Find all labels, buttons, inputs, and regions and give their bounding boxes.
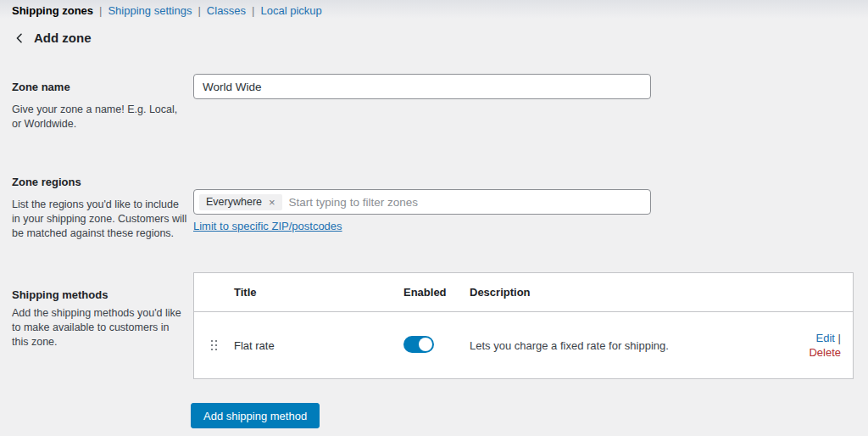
edit-method-link[interactable]: Edit: [816, 332, 835, 344]
zone-regions-select[interactable]: Everywhere ×: [193, 189, 651, 215]
flat-rate-enabled-toggle[interactable]: [403, 336, 434, 353]
method-actions: Edit | Delete: [802, 331, 853, 360]
zone-name-label: Zone name: [12, 81, 70, 93]
subnav-shipping-zones[interactable]: Shipping zones: [12, 4, 93, 17]
subnav-classes[interactable]: Classes: [207, 4, 246, 17]
shipping-methods-table: Title Enabled Description Flat rate Lets…: [193, 272, 854, 379]
subnav-shipping-settings[interactable]: Shipping settings: [108, 4, 192, 17]
zone-regions-description: List the regions you'd like to include i…: [12, 198, 188, 241]
column-header-description: Description: [470, 286, 802, 299]
chevron-left-icon: [14, 32, 25, 44]
shipping-methods-label: Shipping methods: [12, 288, 108, 301]
action-separator: |: [838, 332, 841, 344]
method-description: Lets you charge a fixed rate for shippin…: [470, 339, 802, 352]
zone-name-description: Give your zone a name! E.g. Local, or Wo…: [12, 103, 188, 131]
table-header-row: Title Enabled Description: [194, 273, 853, 312]
shipping-subnav: Shipping zones|Shipping settings|Classes…: [12, 4, 322, 17]
method-title: Flat rate: [234, 339, 403, 352]
subnav-separator: |: [252, 4, 254, 17]
delete-method-link[interactable]: Delete: [809, 346, 841, 359]
region-tag-everywhere: Everywhere ×: [199, 194, 282, 210]
column-header-title: Title: [234, 286, 403, 299]
add-shipping-method-button[interactable]: Add shipping method: [191, 403, 320, 428]
page-title: Add zone: [34, 31, 92, 45]
back-button[interactable]: [14, 32, 25, 44]
column-header-enabled: Enabled: [403, 286, 470, 299]
subnav-local-pickup[interactable]: Local pickup: [261, 4, 322, 17]
zone-regions-label: Zone regions: [12, 176, 81, 188]
limit-postcodes-link[interactable]: Limit to specific ZIP/postcodes: [193, 220, 342, 232]
page-header: Add zone: [14, 31, 92, 45]
table-row-flat-rate: Flat rate Lets you charge a fixed rate f…: [194, 312, 853, 378]
drag-handle-icon[interactable]: [211, 340, 218, 351]
remove-tag-icon[interactable]: ×: [269, 197, 275, 208]
shipping-zone-settings-page: Shipping zones|Shipping settings|Classes…: [0, 0, 868, 436]
region-filter-input[interactable]: [289, 196, 645, 209]
shipping-methods-description: Add the shipping methods you'd like to m…: [12, 306, 188, 349]
subnav-separator: |: [198, 4, 200, 17]
subnav-separator: |: [99, 4, 102, 17]
zone-name-input[interactable]: [193, 74, 651, 99]
region-tag-label: Everywhere: [206, 197, 262, 208]
